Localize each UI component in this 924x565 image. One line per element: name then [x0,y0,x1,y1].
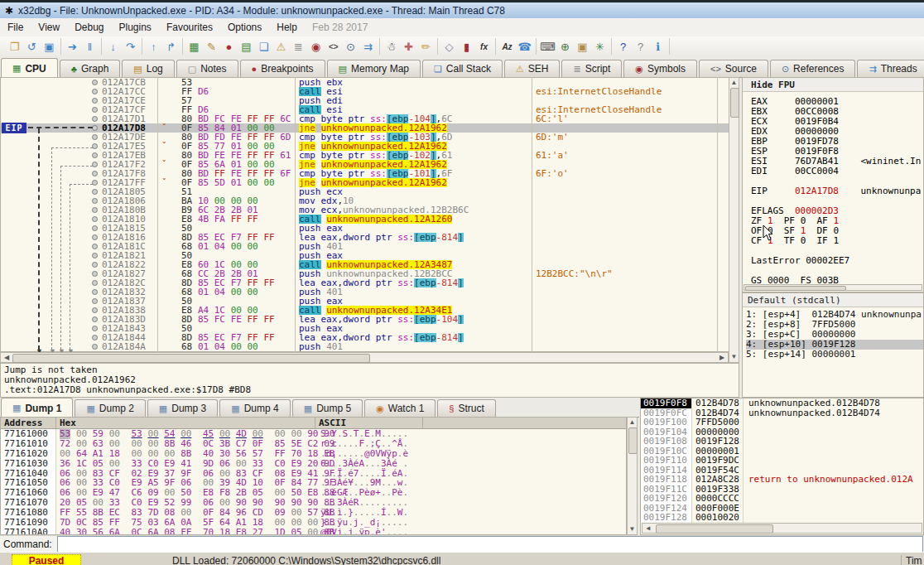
stack-row[interactable]: 0019F1007FFD5000 [641,418,923,427]
dump-rows[interactable]: 7716100053 00 59 00 53 00 54 00 45 00 4D… [1,429,626,535]
breakpoint-dot-icon[interactable] [90,342,102,351]
registers-list[interactable]: EAX 00000001EBX 00CC0008ECX 0019F0B4EDX … [743,92,923,286]
breakpoint-dot-icon[interactable] [90,215,102,224]
breakpoint-dot-icon[interactable] [90,178,102,187]
execute-till-return-icon[interactable]: ↱ [162,38,180,55]
notes-icon[interactable]: ✎ [203,38,220,55]
tab-log[interactable]: ▤Log [122,60,174,77]
open-folder-icon[interactable]: ❐ [6,38,23,55]
register-row[interactable]: EDI 00CC0004 [751,167,923,176]
disasm-hscrollbar[interactable]: ◀ ▶ [0,352,729,363]
stack-row[interactable]: 0019F118012A8C28return to unknownunpacke… [641,475,923,485]
stack-hscrollbar[interactable]: ◀ [642,523,922,534]
tab-call-stack[interactable]: ❏Call Stack [422,60,503,77]
scroll-down-icon[interactable]: ▼ [729,353,739,361]
tab-dump-1[interactable]: ▦Dump 1 [1,398,73,418]
tab-struct[interactable]: §Struct [437,399,495,417]
breakpoint-dot-icon[interactable] [90,224,102,233]
breakpoint-dot-icon[interactable] [90,260,102,269]
breakpoint-dot-icon[interactable] [90,114,102,123]
tab-watch-1[interactable]: ◉Watch 1 [364,399,436,417]
stack-row[interactable]: 0019F1200000CCCC [641,494,923,504]
tab-cpu[interactable]: ▦CPU [1,58,58,78]
breakpoint-dot-icon[interactable] [90,133,102,142]
favourites-icon[interactable]: ▮ [458,38,475,55]
breakpoint-dot-icon[interactable] [90,160,102,169]
internet-icon[interactable]: ⊕ [556,38,574,55]
pause-icon[interactable]: ‖ [81,38,99,55]
tab-memory-map[interactable]: ▤Memory Map [327,60,421,77]
scroll-up-icon[interactable]: ▲ [729,79,739,87]
arguments-list[interactable]: 1: [esp+4] 012B4D74 unknownunpa2: [esp+8… [743,307,923,360]
stack-rows[interactable]: 0019F0F8012B4D78unknownunpacked.012B4D78… [641,398,923,523]
symbols-icon[interactable]: ◉ [307,38,325,55]
scroll-left-icon[interactable]: ◀ [644,524,652,533]
donate-icon[interactable]: ? [632,38,649,55]
scroll-right-icon[interactable]: ▶ [718,354,726,362]
breakpoint-dot-icon[interactable] [90,151,102,160]
breakpoint-dot-icon[interactable] [90,169,102,178]
stack-row[interactable]: 0019F1100019F9DC [641,456,923,466]
breakpoint-dot-icon[interactable] [90,105,102,114]
breakpoint-icon[interactable]: ● [220,38,238,55]
calling-convention-select[interactable]: Default (stdcall) [743,293,923,307]
scroll-left-icon[interactable]: ◀ [2,354,11,362]
memory-map-icon[interactable]: ▤ [238,38,255,55]
breakpoint-dot-icon[interactable] [90,278,102,287]
breakpoint-dot-icon[interactable] [90,78,102,87]
about-icon[interactable]: ℹ [649,38,667,55]
tab-threads[interactable]: ⇉Threads [857,60,924,77]
step-over-icon[interactable]: ↷ [122,38,139,55]
register-row[interactable]: CF 1 TF 0 IF 1 [751,236,923,246]
calculator-icon[interactable]: ⌨ [539,38,556,55]
tab-dump-2[interactable]: ▦Dump 2 [75,399,145,417]
command-input[interactable] [57,536,923,553]
breakpoint-dot-icon[interactable] [90,315,102,324]
run-icon[interactable]: ➔ [64,38,81,55]
argument-row[interactable]: 5: [esp+14] 00000001 [746,350,923,360]
stack-row[interactable]: 0019F0F8012B4D78unknownunpacked.012B4D78 [641,398,923,408]
references-icon[interactable]: ⊙ [342,38,359,55]
breakpoint-dot-icon[interactable] [90,87,102,96]
scroll-thumb[interactable] [656,524,773,534]
hex-dump-panel[interactable]: Address Hex ASCII 7716100053 00 59 00 53… [0,417,627,535]
register-row[interactable]: LastError 00002EE7 [751,256,923,266]
disasm-vscrollbar[interactable]: ▲ ▼ [729,77,739,363]
stack-panel[interactable]: 0019F0F8012B4D78unknownunpacked.012B4D78… [640,398,924,535]
breakpoint-dot-icon[interactable] [90,233,102,242]
menu-item-options[interactable]: Options [220,19,269,36]
disassembly-panel[interactable]: 012A17CB53push ebx012A17CCFF D6call esie… [0,77,729,352]
menu-item-debug[interactable]: Debug [67,19,111,36]
patches-icon[interactable]: ✚ [400,38,417,55]
breakpoint-dot-icon[interactable] [90,324,102,333]
functions-icon[interactable]: fx [475,38,493,55]
snowman-icon[interactable]: ☃ [383,38,400,55]
tab-script[interactable]: ≣Script [561,60,622,77]
appearance-icon[interactable]: Az [498,38,516,55]
source-icon[interactable]: <> [325,38,342,55]
tab-source[interactable]: <>Source [699,60,768,77]
breakpoint-dot-icon[interactable] [90,196,102,205]
restart-icon[interactable]: ↺ [23,38,41,55]
tab-seh[interactable]: ⚠SEH [504,60,561,77]
breakpoint-dot-icon[interactable] [90,242,102,251]
menu-item-help[interactable]: Help [269,19,305,36]
tab-notes[interactable]: ▢Notes [176,60,238,77]
breakpoint-dot-icon[interactable] [90,205,102,215]
breakpoint-dot-icon[interactable] [90,297,102,306]
hide-fpu-button[interactable]: Hide FPU [743,78,923,92]
tab-dump-5[interactable]: ▦Dump 5 [292,399,363,417]
registers-hscrollbar[interactable] [744,284,922,291]
tab-dump-4[interactable]: ▦Dump 4 [219,399,290,417]
step-into-icon[interactable]: ↓ [104,38,122,55]
register-row[interactable]: EIP 012A17D8 unknownunpa [751,186,923,196]
breakpoint-dot-icon[interactable] [90,287,102,297]
threads-icon[interactable]: ⇉ [359,38,377,55]
breakpoint-dot-icon[interactable] [90,333,102,342]
tab-dump-3[interactable]: ▦Dump 3 [147,399,218,417]
seh-icon[interactable]: ⚠ [272,38,290,55]
attach-icon[interactable]: ☎ [516,38,533,55]
step-out-icon[interactable]: ↑ [145,38,162,55]
screenshot-icon[interactable]: ▣ [574,38,591,55]
scroll-thumb[interactable] [12,354,370,363]
